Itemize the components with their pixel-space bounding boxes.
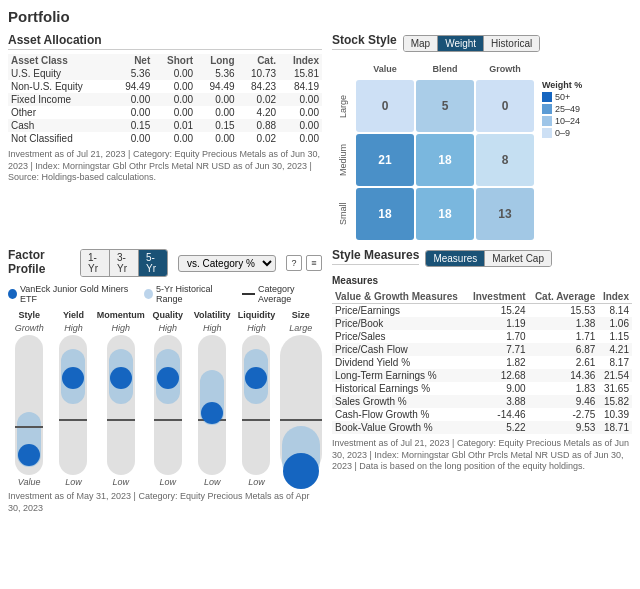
legend-fund-label: VanEck Junior Gold Miners ETF: [20, 284, 134, 304]
measures-footnote: Investment as of Jul 21, 2023 | Category…: [332, 438, 632, 473]
tab-weight[interactable]: Weight: [438, 36, 484, 51]
factor-col-label: Yield: [63, 310, 84, 320]
cell-large-growth: 0: [476, 80, 534, 132]
factor-bottom-label: Value: [18, 477, 41, 487]
asset-cell: 0.00: [153, 67, 196, 80]
factor-fund-dot: [201, 402, 223, 424]
col-blend: Blend: [416, 60, 474, 78]
measures-cell: 1.83: [529, 382, 599, 395]
col-header-short: Short: [153, 54, 196, 67]
factor-bottom-label: Low: [248, 477, 265, 487]
measures-cell: 14.36: [529, 369, 599, 382]
asset-footnote: Investment as of Jul 21, 2023 | Category…: [8, 149, 322, 184]
measures-cell: -2.75: [529, 408, 599, 421]
table-icon[interactable]: ≡: [306, 255, 322, 271]
measures-row: Long-Term Earnings %12.6814.3621.54: [332, 369, 632, 382]
legend-range-label: 5-Yr Historical Range: [156, 284, 232, 304]
measures-row: Price/Earnings15.2415.538.14: [332, 304, 632, 318]
measures-cell: 18.71: [598, 421, 632, 434]
asset-allocation-table: Asset Class Net Short Long Cat. Index U.…: [8, 54, 322, 145]
measures-cell: 8.14: [598, 304, 632, 318]
asset-table-row: Not Classified0.000.000.000.020.00: [8, 132, 322, 145]
measures-cell: Price/Cash Flow: [332, 343, 467, 356]
asset-cell: 0.15: [112, 119, 153, 132]
factor-bottom-label: Low: [65, 477, 82, 487]
measures-cell: 31.65: [598, 382, 632, 395]
asset-cell: 0.00: [279, 106, 322, 119]
factor-fund-dot: [110, 367, 132, 389]
factor-avg-line: [15, 426, 43, 428]
factor-avg-line: [280, 419, 322, 421]
factor-pill: [198, 335, 226, 475]
measures-cell: 1.82: [467, 356, 529, 369]
measures-cell: Dividend Yield %: [332, 356, 467, 369]
measures-cell: 15.82: [598, 395, 632, 408]
asset-cell: Fixed Income: [8, 93, 112, 106]
tab-map[interactable]: Map: [404, 36, 438, 51]
measures-tabs: Measures Market Cap: [425, 250, 552, 267]
stock-style-section: Stock Style Map Weight Historical Value: [332, 33, 632, 240]
measures-col-metric: Value & Growth Measures: [332, 290, 467, 304]
measures-cell: 3.88: [467, 395, 529, 408]
measures-row: Cash-Flow Growth %-14.46-2.7510.39: [332, 408, 632, 421]
asset-cell: Not Classified: [8, 132, 112, 145]
vs-category-select[interactable]: vs. Category % vs. Index %: [178, 255, 276, 272]
asset-cell: 0.00: [279, 132, 322, 145]
cell-large-blend: 5: [416, 80, 474, 132]
col-header-index: Index: [279, 54, 322, 67]
info-icon[interactable]: ?: [286, 255, 302, 271]
asset-cell: 0.00: [112, 93, 153, 106]
asset-cell: Non-U.S. Equity: [8, 80, 112, 93]
style-measures-title: Style Measures: [332, 248, 419, 265]
factor-col: StyleGrowthValue: [8, 310, 50, 487]
factor-col: MomentumHighLow: [97, 310, 145, 487]
measures-cell: 1.06: [598, 317, 632, 330]
measures-row: Price/Book1.191.381.06: [332, 317, 632, 330]
legend-fund-dot: [8, 289, 17, 299]
factor-avg-line: [107, 419, 135, 421]
factor-legend: VanEck Junior Gold Miners ETF 5-Yr Histo…: [8, 284, 322, 304]
row-large: Large: [332, 80, 354, 132]
factor-bottom-label: Low: [160, 477, 177, 487]
asset-cell: 10.73: [238, 67, 279, 80]
measures-row: Price/Sales1.701.711.15: [332, 330, 632, 343]
factor-col-label: Size: [292, 310, 310, 320]
factor-col-label: Momentum: [97, 310, 145, 320]
asset-cell: 84.23: [238, 80, 279, 93]
asset-cell: 0.01: [153, 119, 196, 132]
asset-cell: 0.00: [153, 106, 196, 119]
page-title: Portfolio: [8, 8, 632, 25]
factor-footnote: Investment as of May 31, 2023 | Category…: [8, 491, 322, 514]
factor-col: QualityHighLow: [147, 310, 189, 487]
tab-1yr[interactable]: 1-Yr: [81, 250, 110, 276]
tab-market-cap[interactable]: Market Cap: [485, 251, 551, 266]
measures-cell: 8.17: [598, 356, 632, 369]
measures-cell: 15.53: [529, 304, 599, 318]
asset-allocation-section: Asset Allocation Asset Class Net Short L…: [8, 33, 322, 184]
tab-measures[interactable]: Measures: [426, 251, 485, 266]
tab-3yr[interactable]: 3-Yr: [110, 250, 139, 276]
factor-fund-dot: [245, 367, 267, 389]
factor-top-label: High: [203, 323, 222, 333]
cell-small-value: 18: [356, 188, 414, 240]
asset-cell: Other: [8, 106, 112, 119]
factor-tabs: 1-Yr 3-Yr 5-Yr: [80, 249, 168, 277]
tab-5yr[interactable]: 5-Yr: [139, 250, 167, 276]
factor-col: YieldHighLow: [52, 310, 94, 487]
factor-top-label: High: [64, 323, 83, 333]
tab-historical[interactable]: Historical: [484, 36, 539, 51]
factor-fund-dot: [283, 453, 319, 489]
legend-avg-line: [242, 293, 254, 295]
asset-cell: U.S. Equity: [8, 67, 112, 80]
factor-col-label: Style: [18, 310, 40, 320]
measures-cell: 1.71: [529, 330, 599, 343]
asset-cell: 0.00: [279, 119, 322, 132]
measures-cell: Cash-Flow Growth %: [332, 408, 467, 421]
factor-pill: [15, 335, 43, 475]
col-growth: Growth: [476, 60, 534, 78]
asset-cell: 84.19: [279, 80, 322, 93]
factor-col: SizeLargeSmall: [280, 310, 322, 487]
row-small: Small: [332, 188, 354, 240]
factor-top-label: Large: [289, 323, 312, 333]
measures-row: Historical Earnings %9.001.8331.65: [332, 382, 632, 395]
